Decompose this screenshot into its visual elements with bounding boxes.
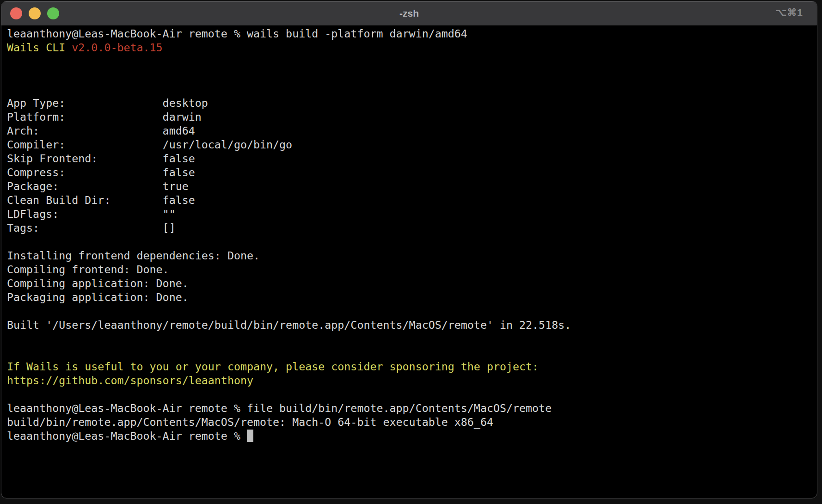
config-value: true: [163, 180, 189, 192]
terminal-line: Compiling frontend: Done.: [7, 263, 817, 277]
config-value: false: [163, 152, 195, 165]
terminal-text-segment: https://github.com/sponsors/leaanthony: [7, 374, 253, 387]
terminal-line: Package:true: [7, 179, 817, 193]
terminal-line: Compiling application: Done.: [7, 277, 817, 290]
terminal-line: Compress:false: [7, 166, 817, 179]
traffic-lights: [10, 7, 59, 19]
terminal-line: If Wails is useful to you or your compan…: [7, 360, 817, 374]
terminal-line: Built '/Users/leaanthony/remote/build/bi…: [7, 318, 817, 332]
terminal-line: [7, 332, 817, 346]
terminal-text-segment: Installing frontend dependencies: Done.: [7, 249, 260, 262]
titlebar[interactable]: -zsh ⌥⌘1: [1, 1, 817, 25]
terminal-line: Wails CLI v2.0.0-beta.15: [7, 41, 817, 55]
terminal-line: [7, 304, 817, 318]
terminal-text-segment: Compiling frontend: Done.: [7, 263, 169, 276]
terminal-line: [7, 68, 817, 82]
terminal-line: [7, 387, 817, 401]
terminal-text-segment: If Wails is useful to you or your compan…: [7, 360, 539, 373]
terminal-line: [7, 346, 817, 360]
config-value: desktop: [163, 97, 208, 109]
terminal-line: build/bin/remote.app/Contents/MacOS/remo…: [7, 415, 817, 429]
terminal-text-segment: build/bin/remote.app/Contents/MacOS/remo…: [7, 416, 493, 428]
terminal-line: App Type:desktop: [7, 96, 817, 110]
config-value: false: [163, 194, 195, 206]
config-label: Compiler:: [7, 138, 163, 152]
config-value: []: [163, 221, 176, 234]
config-label: Platform:: [7, 110, 163, 124]
config-value: amd64: [163, 124, 195, 137]
terminal-line: Platform:darwin: [7, 110, 817, 124]
terminal-text-segment: leaanthony@Leas-MacBook-Air remote % wai…: [7, 27, 467, 40]
terminal-line: Installing frontend dependencies: Done.: [7, 249, 817, 263]
terminal-line: leaanthony@Leas-MacBook-Air remote % wai…: [7, 27, 817, 41]
minimize-button[interactable]: [29, 7, 41, 19]
config-label: Package:: [7, 179, 163, 193]
terminal-text-segment: v2.0.0-beta.15: [72, 41, 162, 54]
zoom-button[interactable]: [47, 7, 59, 19]
terminal-line: LDFlags:"": [7, 207, 817, 221]
terminal-text-segment: Packaging application: Done.: [7, 291, 189, 303]
terminal-window: -zsh ⌥⌘1 leaanthony@Leas-MacBook-Air rem…: [1, 1, 817, 498]
terminal-line: Tags:[]: [7, 221, 817, 235]
config-value: false: [163, 166, 195, 178]
terminal-line: Clean Build Dir:false: [7, 193, 817, 207]
config-label: Tags:: [7, 221, 163, 235]
config-label: App Type:: [7, 96, 163, 110]
terminal-line: Skip Frontend:false: [7, 152, 817, 166]
config-label: Skip Frontend:: [7, 152, 163, 166]
terminal-line: [7, 55, 817, 68]
config-value: /usr/local/go/bin/go: [163, 138, 293, 151]
terminal-text-segment: Built '/Users/leaanthony/remote/build/bi…: [7, 319, 571, 331]
terminal-line: Compiler:/usr/local/go/bin/go: [7, 138, 817, 152]
config-value: "": [163, 208, 176, 220]
config-label: LDFlags:: [7, 207, 163, 221]
config-label: Clean Build Dir:: [7, 193, 163, 207]
terminal-line: https://github.com/sponsors/leaanthony: [7, 374, 817, 387]
terminal-line: Packaging application: Done.: [7, 290, 817, 304]
terminal-line: [7, 82, 817, 96]
terminal-text-segment: Compiling application: Done.: [7, 277, 189, 289]
text-cursor: [247, 430, 253, 442]
terminal-screen[interactable]: leaanthony@Leas-MacBook-Air remote % wai…: [1, 25, 817, 443]
close-button[interactable]: [10, 7, 22, 19]
terminal-text-segment: Wails CLI: [7, 41, 72, 54]
terminal-line: leaanthony@Leas-MacBook-Air remote %: [7, 429, 817, 443]
terminal-line: [7, 235, 817, 249]
terminal-line: leaanthony@Leas-MacBook-Air remote % fil…: [7, 401, 817, 415]
config-label: Arch:: [7, 124, 163, 138]
terminal-line: Arch:amd64: [7, 124, 817, 138]
terminal-text-segment: leaanthony@Leas-MacBook-Air remote % fil…: [7, 402, 552, 414]
window-title: -zsh: [399, 8, 419, 19]
config-value: darwin: [163, 111, 202, 123]
keyboard-shortcut-hint: ⌥⌘1: [775, 7, 803, 18]
config-label: Compress:: [7, 166, 163, 179]
terminal-text-segment: leaanthony@Leas-MacBook-Air remote %: [7, 430, 247, 442]
